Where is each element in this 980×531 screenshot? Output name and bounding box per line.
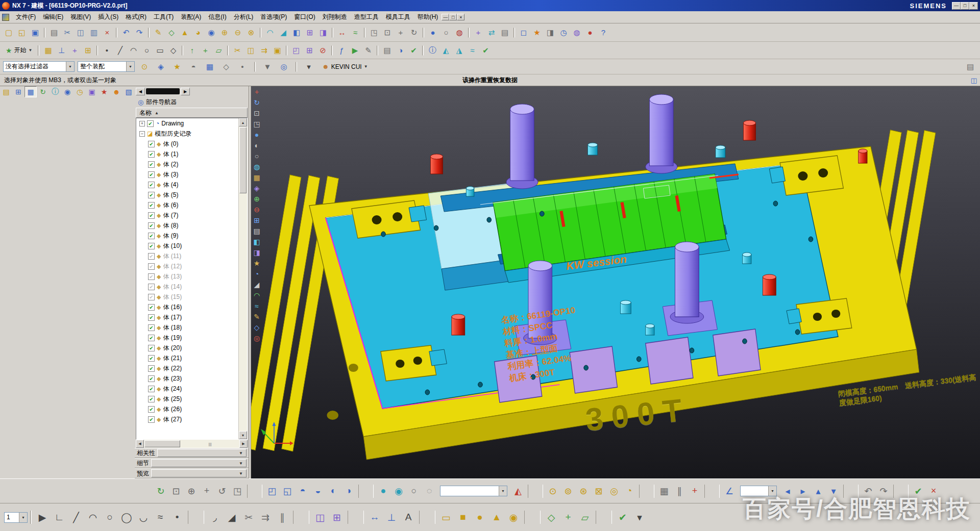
checkbox-icon[interactable]: ✔ <box>148 345 155 351</box>
new-file-icon[interactable]: ▢ <box>2 27 15 39</box>
checkbox-icon[interactable]: ✔ <box>148 304 155 311</box>
right-view-icon[interactable]: ◐ <box>326 484 341 499</box>
tree-row-body[interactable]: ✔ ◆ 体 (0) <box>136 139 238 149</box>
shaded-icon[interactable]: ◉ <box>391 484 406 499</box>
checkbox-icon[interactable]: ✔ <box>147 120 154 127</box>
intersect-icon[interactable]: ⊗ <box>244 27 258 39</box>
macro-play-icon[interactable]: ▶ <box>348 44 361 57</box>
menu-item[interactable]: 信息(I) <box>205 11 230 23</box>
chamfer-icon[interactable]: ◢ <box>224 509 240 526</box>
checkbox-icon[interactable]: ✔ <box>148 253 155 260</box>
select-arrow-icon[interactable]: ▶ <box>34 509 51 526</box>
analysis-icon[interactable]: ≈ <box>349 27 362 39</box>
plot-icon[interactable]: ▤ <box>47 27 61 39</box>
open-icon[interactable]: ◱ <box>15 27 29 39</box>
expression-icon[interactable]: ƒ <box>335 44 348 57</box>
tree-row-body[interactable]: ✔ ◆ 体 (9) <box>136 231 238 241</box>
system-scene-icon[interactable]: ▧ <box>122 86 135 97</box>
chevron-down-icon[interactable]: ▼ <box>151 469 247 477</box>
trimetric-view-icon[interactable]: ◰ <box>264 484 280 499</box>
offset-icon[interactable]: ⇉ <box>257 44 271 57</box>
paste-icon[interactable]: ▥ <box>87 27 101 39</box>
perspective-icon[interactable]: ◳ <box>230 484 245 499</box>
constraint-icon[interactable]: ⊥ <box>383 509 400 526</box>
hidden-edges-icon[interactable]: ◌ <box>422 484 437 499</box>
constraint-navigator-icon[interactable]: ⊞ <box>12 86 24 97</box>
checkbox-icon[interactable]: ✔ <box>148 161 155 168</box>
selection-filter-dropdown[interactable]: 没有选择过滤器 ▼ <box>3 61 75 72</box>
ortho-icon[interactable]: ∥ <box>672 484 687 499</box>
clip-icon[interactable]: ◮ <box>452 44 465 57</box>
checkbox-icon[interactable]: ✔ <box>148 243 155 249</box>
hd3d-tools-icon[interactable]: ⓘ <box>49 86 61 97</box>
save-icon[interactable]: ▣ <box>29 27 42 39</box>
datum-axis-icon[interactable]: ↑ <box>185 44 199 57</box>
plane-icon[interactable]: ▱ <box>212 44 225 57</box>
visualization-icon[interactable]: ◑ <box>394 44 407 57</box>
tree-row-body[interactable]: ✔ ◆ 体 (17) <box>136 312 238 322</box>
process-studio-icon[interactable]: ▣ <box>86 86 98 97</box>
csys-icon[interactable]: + <box>560 509 576 526</box>
conic-icon[interactable]: ◡ <box>135 509 152 526</box>
tree-row-drawing[interactable]: + ✔ ◔ Drawing <box>136 118 238 129</box>
checkbox-icon[interactable]: ✔ <box>148 263 155 270</box>
transform-icon[interactable]: ⇄ <box>485 27 498 39</box>
layer-settings-icon[interactable]: ▤ <box>380 44 394 57</box>
prompt-window-icon[interactable]: ◫ <box>971 77 977 84</box>
datum-plane-icon[interactable]: ◇ <box>165 27 178 39</box>
orient-view-icon[interactable]: ◳ <box>368 27 381 39</box>
box-icon[interactable]: ■ <box>455 509 471 526</box>
checkbox-icon[interactable]: ✔ <box>148 222 155 229</box>
snap-center-icon[interactable]: ◎ <box>606 484 622 499</box>
checkbox-icon[interactable]: ✔ <box>148 182 155 188</box>
subtract-icon[interactable]: ⊖ <box>231 27 244 39</box>
reuse-library-icon[interactable]: ↻ <box>37 86 49 97</box>
tree-row-body[interactable]: ✔ ◆ 体 (2) <box>136 159 238 169</box>
zoom-icon[interactable]: ⊕ <box>184 484 199 499</box>
snapshot-icon[interactable]: ◨ <box>544 27 557 39</box>
pattern-component-icon[interactable]: ⊞ <box>81 44 94 57</box>
checkbox-icon[interactable]: ✔ <box>148 192 155 198</box>
collapse-left-button[interactable]: ◀ <box>136 88 145 95</box>
checkbox-icon[interactable]: ✔ <box>148 365 155 372</box>
angle-icon[interactable]: ∠ <box>722 484 737 499</box>
section-header[interactable]: 相关性 ▼ <box>135 448 249 458</box>
menu-item[interactable]: 视图(V) <box>67 11 94 23</box>
selection-scope-dropdown[interactable]: 整个装配 ▼ <box>78 61 135 72</box>
checkbox-icon[interactable]: ✔ <box>148 171 155 178</box>
front-view-icon[interactable]: ◒ <box>310 484 326 499</box>
orbit-icon[interactable]: ↺ <box>214 484 230 499</box>
tree-row-body[interactable]: ✔ ◆ 体 (23) <box>136 373 238 384</box>
top-view-icon[interactable]: ◓ <box>295 484 310 499</box>
assembly-navigator-icon[interactable]: ▤ <box>0 86 12 97</box>
move-object-icon[interactable]: + <box>472 27 485 39</box>
vertex-select-icon[interactable]: • <box>236 61 249 73</box>
clock-icon[interactable]: ◷ <box>557 27 570 39</box>
tree-row-body[interactable]: ✔ ◆ 体 (10) <box>136 241 238 251</box>
section-view-icon[interactable]: ◭ <box>439 44 452 57</box>
point-icon[interactable]: • <box>100 44 113 57</box>
fit-view-icon[interactable]: ⊡ <box>381 27 394 39</box>
curve-icon[interactable]: ≈ <box>465 44 479 57</box>
polygon-icon[interactable]: ◇ <box>166 44 180 57</box>
child-minimize-button[interactable]: — <box>442 14 449 20</box>
edge-blend-icon[interactable]: ◠ <box>263 27 277 39</box>
restore-button[interactable]: □ <box>961 2 969 10</box>
snap-intersect-icon[interactable]: ⊠ <box>591 484 606 499</box>
section-header[interactable]: 细节 ▼ <box>135 458 249 468</box>
assemblies-icon[interactable]: ▦ <box>41 44 55 57</box>
shell-icon[interactable]: ◧ <box>290 27 303 39</box>
expand-icon[interactable]: + <box>139 121 145 127</box>
move-component-icon[interactable]: + <box>68 44 81 57</box>
render-style-icon[interactable]: ◍ <box>453 27 466 39</box>
instance-icon[interactable]: ◰ <box>289 44 303 57</box>
refresh-icon[interactable]: ↻ <box>153 484 168 499</box>
pattern-feature-icon[interactable]: ⊞ <box>303 27 316 39</box>
snap-toggle-icon[interactable]: ⊙ <box>138 61 151 73</box>
redo-icon[interactable]: ↷ <box>133 27 146 39</box>
vertical-scrollbar[interactable]: ▲ ▼ <box>238 118 247 439</box>
tree-row-history[interactable]: − ◪ 模型历史记录 <box>136 129 238 139</box>
group-icon[interactable]: ⊞ <box>303 44 316 57</box>
pattern-curve-icon[interactable]: ⊞ <box>329 509 345 526</box>
checkbox-icon[interactable]: ✔ <box>148 324 155 331</box>
